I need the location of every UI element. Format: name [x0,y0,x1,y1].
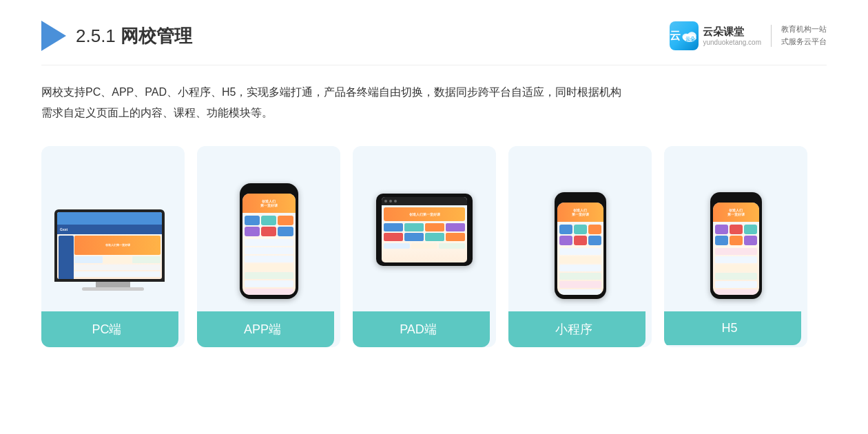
mini-image-area: 创造人们第一堂好课 [521,161,639,299]
svg-text:云朵: 云朵 [686,36,696,42]
h5-label: H5 [664,311,801,345]
page-container: 2.5.1 网校管理 云朵 云朵课堂 yunduoketang.com 教育机构… [0,0,868,434]
device-card-pc: Gxxt 创造人们第一堂好课 [41,146,185,347]
pad-label: PAD端 [353,311,490,347]
pc-mockup: Gxxt 创造人们第一堂好课 [54,209,172,299]
cloud-icon: 云朵 [681,25,699,47]
title-number: 2.5.1 [76,25,121,46]
h5-image-area: 创造人们第一堂好课 [676,161,795,299]
brand-divider [771,25,772,47]
brand-url: yunduoketang.com [703,39,761,46]
pc-label: PC端 [41,311,178,347]
device-card-mini: 创造人们第一堂好课 [508,146,652,347]
brand-text-block: 云朵课堂 yunduoketang.com [703,25,761,46]
brand-slogan: 教育机构一站 式服务云平台 [781,23,827,48]
brand-logo: 云朵 云朵课堂 yunduoketang.com 教育机构一站 式服务云平台 [670,21,827,50]
header-left: 2.5.1 网校管理 [41,21,192,51]
brand-name: 云朵课堂 [703,25,744,39]
app-image-area: 创造人们第一堂好课 [209,161,328,299]
cards-row: Gxxt 创造人们第一堂好课 [41,146,827,347]
device-card-app: 创造人们第一堂好课 [197,146,340,347]
phone-mockup-h5: 创造人们第一堂好课 [710,192,762,299]
title-bold: 网校管理 [121,25,192,46]
device-card-pad: 创造人们第一堂好课 [353,146,496,347]
pc-image-area: Gxxt 创造人们第一堂好课 [54,161,172,299]
brand-icon: 云朵 [670,21,699,50]
device-card-h5: 创造人们第一堂好课 [664,146,807,347]
logo-triangle-icon [41,21,66,51]
description-text: 网校支持PC、APP、PAD、小程序、H5，实现多端打通，产品各终端自由切换，数… [41,82,827,124]
phone-mockup-mini: 创造人们第一堂好课 [555,192,606,299]
app-label: APP端 [197,311,334,347]
mini-label: 小程序 [508,311,645,347]
pad-mockup: 创造人们第一堂好课 [376,194,473,266]
phone-mockup-app: 创造人们第一堂好课 [240,183,298,299]
pad-image-area: 创造人们第一堂好课 [365,161,484,299]
header: 2.5.1 网校管理 云朵 云朵课堂 yunduoketang.com 教育机构… [41,21,827,65]
page-title: 2.5.1 网校管理 [76,24,192,48]
